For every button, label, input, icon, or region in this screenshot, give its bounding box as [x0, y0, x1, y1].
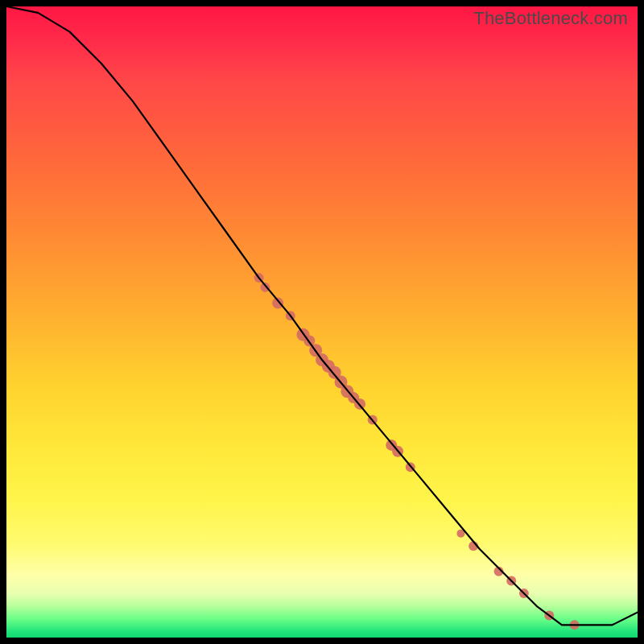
chart-points-layer [254, 273, 580, 630]
chart-point [272, 297, 283, 308]
chart-overlay [6, 6, 638, 638]
chart-frame: TheBottleneck.com [0, 0, 644, 644]
chart-plot-area: TheBottleneck.com [6, 6, 638, 638]
chart-curve [6, 6, 638, 625]
